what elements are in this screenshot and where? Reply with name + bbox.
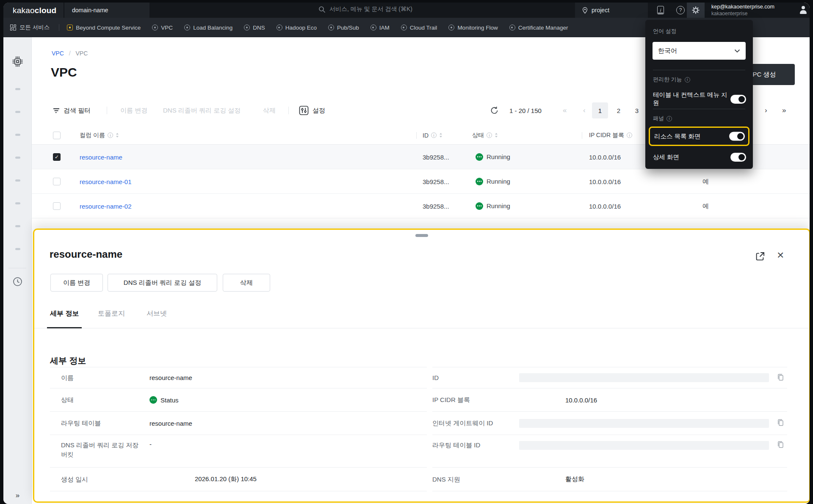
page-number-1[interactable]: 1 [592,102,608,118]
row-checkbox[interactable] [53,202,61,210]
sidebar-placeholder-item[interactable] [15,88,20,90]
refresh-button[interactable] [490,106,499,115]
nav-item-cloud-trail[interactable]: Cloud Trail [401,25,437,31]
nav-item-iam[interactable]: IAM [371,25,390,31]
all-services-menu[interactable]: 모든 서비스 [10,24,50,31]
kakaocloud-logo[interactable]: kakaocloud [13,6,56,15]
column-header-status[interactable]: 상태i [472,132,498,139]
field-label: DNS 리졸버 쿼리 로깅 저장 버킷 [61,441,144,459]
resource-list-toggle-label: 리소스 목록 화면 [654,132,701,140]
tab-subnet[interactable]: 서브넷 [147,309,167,318]
table-row[interactable]: resource-name-02 3b9258... Running 10.0.… [32,194,810,218]
nav-item-beyond-compute-service[interactable]: Beyond Compute Service [67,25,141,31]
nav-item-load-balancing[interactable]: Load Balancing [184,25,232,31]
drag-handle[interactable] [415,234,428,237]
sort-icon[interactable] [439,132,442,138]
user-avatar-icon[interactable] [799,6,808,15]
cell-id: 3b9258... [423,202,449,209]
field-value: 10.0.0.0/16 [565,397,597,404]
settings-dropdown: 언어 설정 한국어 편리한 기능i 테이블 내 컨텍스트 메뉴 지원 패널i 리… [645,20,753,169]
sidebar-item-compute[interactable] [12,56,23,69]
column-header-id[interactable]: IDi [423,132,442,139]
table-row[interactable]: resource-name-01 3b9258... Running 10.0.… [32,169,810,194]
tab-underline-track [34,328,809,328]
tab-topology[interactable]: 토폴로지 [98,309,125,318]
account-info[interactable]: kep@kakaoenterprise.com kakaoenterprise [711,4,774,17]
cloud-trail-icon [401,25,407,30]
nav-item-pubsub[interactable]: Pub/Sub [328,25,359,31]
resource-name-link[interactable]: resource-name-01 [80,178,132,185]
close-panel-button[interactable]: × [777,249,784,261]
resource-detail-panel: resource-name × 이름 변경 DNS 리졸버 쿼리 로깅 설정 삭… [33,229,810,503]
dns-logging-button[interactable]: DNS 리졸버 쿼리 로깅 설정 [163,107,241,115]
prev-page-button[interactable]: ‹ [583,106,586,115]
copy-button[interactable] [777,441,785,450]
project-selector[interactable]: project [575,3,648,18]
close-icon: × [777,248,784,262]
breadcrumb-root-link[interactable]: VPC [52,50,64,57]
all-services-grid-icon [10,25,16,30]
tab-details[interactable]: 세부 정보 [50,309,79,318]
sidebar-placeholder-item[interactable] [15,134,20,136]
dns-icon [244,25,250,30]
column-header-cidr[interactable]: IP CIDR 블록i [589,132,632,139]
row-checkbox[interactable] [53,178,61,185]
nav-item-certificate-manager[interactable]: Certificate Manager [509,25,568,31]
info-icon: i [431,132,437,138]
expand-sidebar-button[interactable]: » [3,491,32,500]
nav-item-dns[interactable]: DNS [244,25,265,31]
language-select[interactable]: 한국어 [653,42,746,60]
page-number-3[interactable]: 3 [629,102,645,118]
breadcrumb-separator: / [69,50,71,57]
detail-view-toggle-row: 상세 화면 [653,153,746,162]
field-value: 2026.01.20 (화) 10:45 [195,475,257,483]
panel-delete-button[interactable]: 삭제 [223,274,270,292]
sidebar-placeholder-item[interactable] [15,225,20,227]
copy-button[interactable] [777,373,785,383]
docs-button[interactable]: i [657,6,664,14]
table-settings-button[interactable]: 설정 [299,106,325,116]
select-all-checkbox[interactable] [53,132,61,139]
gear-icon [691,6,700,14]
load-balancing-icon [184,25,190,30]
delete-button[interactable]: 삭제 [263,107,276,115]
column-header-name[interactable]: 컬럼 이름i [80,132,119,139]
search-filter-button[interactable]: 검색 필터 [53,107,91,115]
copy-button[interactable] [777,419,785,428]
sidebar-placeholder-item[interactable] [15,202,20,204]
prev-page-icon: ‹ [583,106,586,114]
resource-list-toggle[interactable] [729,132,745,141]
status-running-icon [476,202,483,210]
settings-button[interactable] [687,3,705,18]
row-checkbox[interactable]: ✓ [53,153,61,161]
cell-yes: 예 [702,177,709,185]
panel-dns-logging-button[interactable]: DNS 리졸버 쿼리 로깅 설정 [108,274,217,292]
help-button[interactable]: ? [676,6,685,14]
nav-item-vpc[interactable]: VPC [152,25,173,31]
routing-table-link[interactable]: resource-name [149,420,192,427]
resource-name-link[interactable]: resource-name [80,153,122,160]
sidebar-placeholder-item[interactable] [15,111,20,113]
sort-icon[interactable] [495,132,498,138]
open-in-new-button[interactable] [754,251,766,264]
language-value: 한국어 [658,47,677,55]
rename-button[interactable]: 이름 변경 [120,107,147,115]
domain-name-tab[interactable]: domain-name [72,7,108,14]
page-number-2[interactable]: 2 [611,102,627,118]
global-search[interactable]: 서비스, 메뉴 및 문서 검색 (⌘K) [318,6,412,13]
panel-rename-button[interactable]: 이름 변경 [50,274,103,292]
sidebar-placeholder-item[interactable] [15,248,20,250]
sidebar-placeholder-item[interactable] [15,157,20,159]
context-menu-toggle[interactable] [730,95,746,104]
resource-name-link[interactable]: resource-name-02 [80,202,132,209]
sidebar-placeholder-item[interactable] [15,179,20,182]
sidebar-item-history[interactable] [12,276,23,289]
next-page-button[interactable]: › [765,106,767,115]
nav-item-monitoring-flow[interactable]: Monitoring Flow [448,25,498,31]
last-page-button[interactable]: » [782,106,786,115]
first-page-button[interactable]: « [563,106,567,115]
sort-icon[interactable] [116,132,119,138]
monitoring-flow-icon [448,25,454,30]
detail-view-toggle[interactable] [730,153,746,162]
nav-item-hadoop-eco[interactable]: Hadoop Eco [277,25,317,31]
